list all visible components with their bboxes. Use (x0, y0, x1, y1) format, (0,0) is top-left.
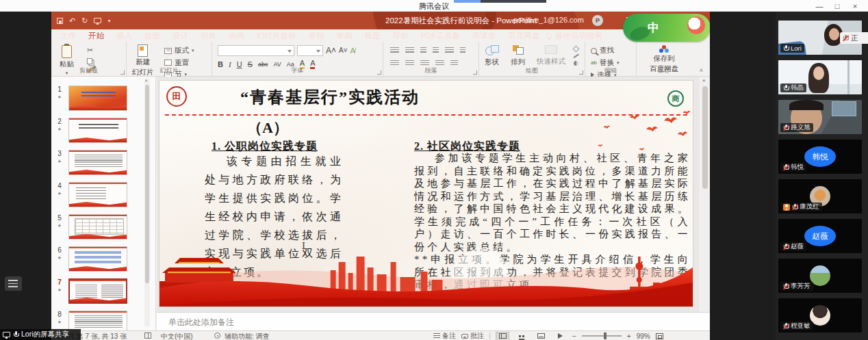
comments-toggle[interactable]: 批注 (461, 331, 484, 340)
bullets-icon[interactable] (390, 47, 399, 53)
fit-to-window-icon[interactable] (656, 333, 663, 339)
quick-access-toolbar: ↶ ↻ ▾ (57, 12, 110, 29)
mute-status-popup: 正 (840, 32, 868, 44)
clipboard-dialog-launcher[interactable] (120, 70, 125, 75)
cut-icon[interactable]: ✂ (87, 47, 94, 54)
shapes-button[interactable]: 形状 (485, 45, 499, 67)
tab-动画[interactable]: 动画 (222, 29, 251, 42)
line-spacing-icon[interactable] (445, 47, 454, 53)
paragraph-dialog-launcher[interactable] (473, 70, 477, 75)
shape-fill-icon[interactable] (573, 46, 580, 53)
accessibility-status[interactable]: 辅助功能: 调查 (225, 332, 270, 340)
decrease-font-icon[interactable]: A˅ (339, 47, 348, 54)
tell-me-search[interactable]: 操作说明搜索 (546, 29, 602, 42)
participant-tile[interactable]: 韩晶 (778, 60, 862, 94)
maximize-button[interactable]: □ (828, 2, 846, 10)
tab-视图[interactable]: 视图 (359, 29, 387, 42)
slide-sorter-view-button[interactable] (515, 332, 528, 340)
close-button[interactable]: × (846, 2, 864, 10)
slide-editor[interactable]: 田 商 “青春基层行”实践活动 （A） 1. 公职岗位实践专题 该专题由招生就业… (159, 81, 693, 306)
notes-pane[interactable]: 单击此处添加备注 (157, 312, 710, 330)
zoom-percent[interactable]: 99% (637, 332, 650, 340)
reading-view-button[interactable] (534, 332, 548, 340)
undo-icon[interactable]: ↶ (69, 16, 75, 25)
save-icon[interactable] (57, 18, 63, 24)
customize-qat-icon[interactable]: ▾ (107, 18, 110, 24)
tab-审阅[interactable]: 审阅 (331, 29, 359, 42)
spell-check-icon[interactable] (144, 332, 151, 339)
participant-name: 程亚敏 (791, 322, 810, 330)
start-slideshow-icon[interactable] (94, 18, 101, 23)
notes-toggle[interactable]: 备注 (433, 331, 456, 340)
tab-设计[interactable]: 设计 (166, 29, 194, 42)
increase-indent-icon[interactable] (433, 47, 439, 53)
tab-插入[interactable]: 插入 (110, 29, 138, 42)
arrange-button[interactable]: 排列 (511, 45, 525, 67)
participant-tile[interactable]: 程亚敏 (778, 298, 862, 332)
font-dialog-launcher[interactable] (377, 70, 381, 75)
slide-thumbnail-7[interactable]: 7 (51, 278, 156, 306)
participant-tile[interactable]: 路义旭 (778, 100, 862, 134)
tab-雨课堂[interactable]: 雨课堂 (466, 29, 502, 42)
increase-font-icon[interactable]: A˄ (326, 47, 336, 55)
tab-幻灯片放映[interactable]: 幻灯片放映 (251, 29, 303, 42)
tab-录制[interactable]: 录制 (303, 29, 331, 42)
slide-title[interactable]: “青春基层行”实践活动 (240, 86, 420, 108)
tab-绘图[interactable]: 绘图 (138, 29, 166, 42)
slide-thumbnail-3[interactable]: 3 (51, 150, 156, 177)
screen-share-banner[interactable]: Lori的屏幕共享 (0, 329, 81, 340)
slide-thumbnail-5[interactable]: 5 (51, 214, 156, 241)
collapse-ribbon-icon[interactable]: ˄ (700, 67, 703, 74)
festival-badge: 中 (623, 14, 710, 42)
shape-effects-icon[interactable] (574, 61, 578, 66)
font-size-combo[interactable] (297, 45, 323, 56)
slide-thumbnail-1[interactable]: 1 (51, 86, 156, 113)
redo-icon[interactable]: ↻ (81, 16, 88, 25)
shape-outline-icon[interactable] (573, 54, 578, 58)
quick-styles-button[interactable]: 快速样式 (537, 45, 565, 66)
slide-thumbnail-4[interactable]: 4 (51, 182, 156, 209)
text-direction-icon[interactable] (460, 47, 465, 53)
zoom-in-button[interactable]: + (627, 332, 631, 340)
zoom-slider-thumb[interactable] (604, 332, 607, 339)
copy-icon[interactable] (87, 58, 92, 64)
tab-切换[interactable]: 切换 (194, 29, 222, 42)
slide-thumbnail-6[interactable]: 6 (51, 246, 156, 274)
columns-icon[interactable] (450, 60, 458, 66)
clear-format-icon[interactable]: A̸ (350, 47, 355, 55)
normal-view-button[interactable] (496, 332, 509, 340)
zoom-out-button[interactable]: − (572, 332, 576, 340)
find-button[interactable]: 查找 (591, 46, 619, 55)
layout-button[interactable]: 版式 ▾ (164, 46, 194, 55)
canvas-scrollbar[interactable] (701, 77, 709, 312)
tab-帮助[interactable]: 帮助 (387, 29, 415, 42)
align-right-icon[interactable] (420, 60, 429, 66)
baidu-netdisk-icon (659, 45, 669, 53)
tab-开始[interactable]: 开始 (82, 29, 110, 42)
justify-icon[interactable] (435, 60, 444, 66)
mic-icon (783, 283, 789, 290)
align-center-icon[interactable] (405, 60, 414, 66)
align-left-icon[interactable] (390, 60, 399, 66)
tab-百度网盘[interactable]: 百度网盘 (502, 29, 546, 42)
meeting-sidebar-toggle[interactable] (5, 276, 22, 291)
drawing-dialog-launcher[interactable] (579, 70, 583, 75)
slide-title-line2[interactable]: （A） (247, 118, 288, 138)
numbering-icon[interactable] (405, 47, 414, 53)
tab-PDF工具集[interactable]: PDF工具集 (415, 29, 467, 42)
minimize-button[interactable]: — (810, 2, 828, 10)
decrease-indent-icon[interactable] (420, 47, 426, 53)
account-avatar[interactable]: P (592, 15, 603, 26)
account-email[interactable]: positive_1@126.com (513, 16, 584, 24)
participant-tile[interactable]: 韩悦 韩悦 (778, 140, 862, 174)
participant-tile[interactable]: 康茂红 (778, 179, 862, 213)
zoom-slider[interactable] (582, 335, 622, 337)
participant-tile[interactable]: 李芳芳 (778, 259, 862, 293)
tab-文件[interactable]: 文件 (54, 29, 82, 42)
font-name-combo[interactable] (218, 45, 294, 56)
slideshow-button[interactable] (553, 332, 567, 340)
language-indicator[interactable]: 中文(中国) (161, 332, 193, 340)
slide-thumbnail-8[interactable]: 8 (51, 311, 156, 330)
participant-tile[interactable]: 赵薇 赵薇 (778, 219, 862, 253)
slide-thumbnail-2[interactable]: 2 (51, 118, 156, 145)
